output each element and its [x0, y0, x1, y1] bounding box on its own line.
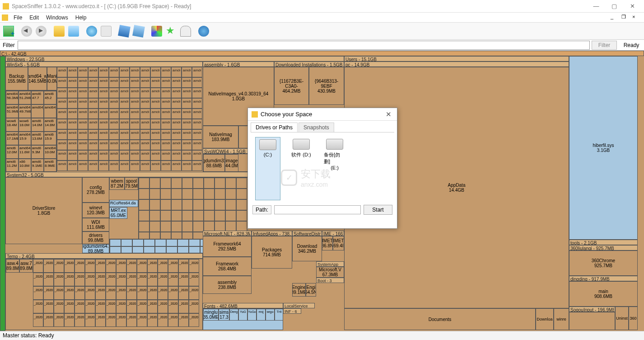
node-assembly2[interactable]: assembly238.8MB — [203, 276, 252, 294]
tile[interactable]: amd6 — [88, 140, 98, 150]
tile[interactable] — [177, 239, 189, 246]
tile[interactable]: amd6 — [88, 150, 98, 161]
tile[interactable]: _2020 — [43, 259, 54, 273]
tag-button[interactable]: ★ — [164, 24, 178, 38]
tile[interactable]: _2020 — [75, 273, 85, 286]
tile[interactable]: amd6 — [182, 150, 192, 161]
drive-c[interactable]: (C:) — [255, 137, 280, 200]
tile[interactable] — [110, 246, 121, 253]
tile[interactable]: YuG — [238, 309, 247, 321]
node-packages[interactable]: Packages714.9MB — [252, 236, 292, 269]
node-igdum64[interactable]: igdumdim64.89.8MB — [82, 244, 109, 253]
tile[interactable]: amd6 — [192, 98, 202, 109]
tile[interactable]: _2020 — [43, 313, 54, 327]
tile[interactable]: _2020 — [95, 300, 106, 313]
start-button[interactable]: Start — [364, 205, 392, 215]
tile[interactable] — [132, 246, 144, 253]
tile[interactable] — [160, 178, 171, 189]
tile[interactable]: amd6 — [182, 161, 192, 171]
tile[interactable]: amd6 — [130, 77, 140, 88]
tile[interactable]: amd6 — [98, 119, 109, 129]
node-config[interactable]: config278.2MB — [82, 177, 109, 203]
tile[interactable] — [149, 189, 160, 199]
tile[interactable]: _2020 — [75, 259, 85, 273]
tile[interactable]: amd6 — [150, 129, 161, 140]
tile[interactable]: amd6 — [192, 119, 202, 129]
tile[interactable]: amd6 — [109, 98, 119, 109]
tile[interactable]: amd6 — [150, 119, 161, 129]
node-nimg1[interactable]: NativeImag183.9MB — [203, 126, 238, 148]
tile[interactable]: amd69.3M — [31, 145, 44, 159]
tile[interactable]: amd612.0M — [6, 145, 19, 159]
tile[interactable]: amd6415.9 — [19, 132, 31, 145]
tile[interactable]: _2020 — [95, 286, 106, 300]
tile[interactable]: amd6 — [78, 140, 88, 150]
node-assembly[interactable]: assembly - 1.6GB — [203, 61, 274, 67]
node-ime[interactable]: IME - 166.0 — [322, 231, 344, 236]
tile[interactable] — [139, 210, 149, 221]
tile[interactable]: amd6 — [88, 109, 98, 119]
tile[interactable]: amd6 — [192, 109, 202, 119]
tile[interactable]: amd6 — [161, 88, 171, 98]
tile[interactable]: amd6 — [171, 98, 182, 109]
tile[interactable]: amd6 — [78, 129, 88, 140]
node-swdist[interactable]: SoftwareDistribu — [292, 231, 322, 236]
tile[interactable] — [110, 239, 121, 246]
node-pc[interactable]: pc - 14.9GB — [344, 61, 569, 67]
tile[interactable]: _2020 — [189, 286, 199, 300]
tile[interactable]: amd6 — [161, 161, 171, 171]
dialog-close-button[interactable]: ✕ — [384, 110, 393, 118]
node-360s[interactable]: 360 — [629, 307, 638, 330]
tile[interactable]: amd6 — [161, 77, 171, 88]
tile[interactable]: amd6 — [182, 88, 192, 98]
tile[interactable]: _2020 — [137, 286, 147, 300]
tile[interactable]: amd6 — [67, 67, 78, 77]
tab-snapshots[interactable]: Snapshots — [299, 123, 334, 132]
tile[interactable]: _2020 — [126, 286, 137, 300]
node-dingding[interactable]: dingding - 917.9MB — [569, 276, 638, 281]
tile[interactable]: amd6 — [130, 88, 140, 98]
tile[interactable]: amd6456.3ME — [6, 91, 19, 104]
tile[interactable]: _2020 — [85, 313, 95, 327]
node-driverstore[interactable]: DriverStore1.8GB — [5, 177, 82, 244]
tile[interactable] — [236, 178, 247, 189]
tile[interactable]: _2020 — [147, 300, 158, 313]
tile[interactable]: amd6 — [130, 129, 140, 140]
tile[interactable] — [182, 199, 193, 210]
tile[interactable]: amd6 — [171, 140, 182, 150]
tile[interactable]: _2020 — [106, 286, 116, 300]
tile[interactable]: _2020 — [178, 300, 189, 313]
tile[interactable]: amd6 — [78, 98, 88, 109]
node-engine1[interactable]: Engine89.1ME — [292, 283, 306, 297]
tile[interactable]: amd6 — [57, 161, 67, 171]
tile[interactable]: _2020 — [75, 286, 85, 300]
tile[interactable]: amd6 — [119, 67, 130, 77]
node-fonts[interactable]: Fonts - 482.6MB — [203, 303, 283, 308]
tile[interactable]: amd6 — [140, 98, 150, 109]
tile[interactable]: amd6 — [109, 119, 119, 129]
tile[interactable]: amd6 — [88, 129, 98, 140]
tile[interactable] — [182, 189, 193, 199]
tile[interactable]: amd6 — [78, 77, 88, 88]
tile[interactable]: amd6 — [192, 140, 202, 150]
menu-edit[interactable]: Edit — [26, 14, 42, 22]
tile[interactable] — [236, 199, 247, 210]
tile[interactable]: amd6 — [119, 98, 130, 109]
new-scan-button[interactable] — [2, 24, 15, 38]
tile[interactable]: _2020 — [54, 313, 64, 327]
tile[interactable]: amd6 — [150, 150, 161, 161]
tile[interactable]: _2020 — [137, 313, 147, 327]
node-uninst[interactable]: Uninst — [615, 307, 629, 330]
node-downloaded[interactable]: Downloaded Installations - 1.5GB — [274, 61, 344, 67]
tile[interactable] — [182, 221, 193, 232]
tile[interactable]: amd6 — [109, 150, 119, 161]
tile[interactable]: amd6 — [161, 140, 171, 150]
tile[interactable]: amd6 — [130, 161, 140, 171]
tile[interactable]: _2020 — [158, 300, 168, 313]
node-amd64w[interactable]: amd64_w146.5MB — [28, 67, 47, 90]
tile[interactable]: msj — [257, 309, 266, 321]
tile[interactable] — [166, 246, 177, 253]
node-temp[interactable]: Temp - 2.4GB — [5, 253, 203, 259]
tile[interactable]: _2020 — [126, 273, 137, 286]
tile[interactable]: amd6 — [150, 67, 161, 77]
